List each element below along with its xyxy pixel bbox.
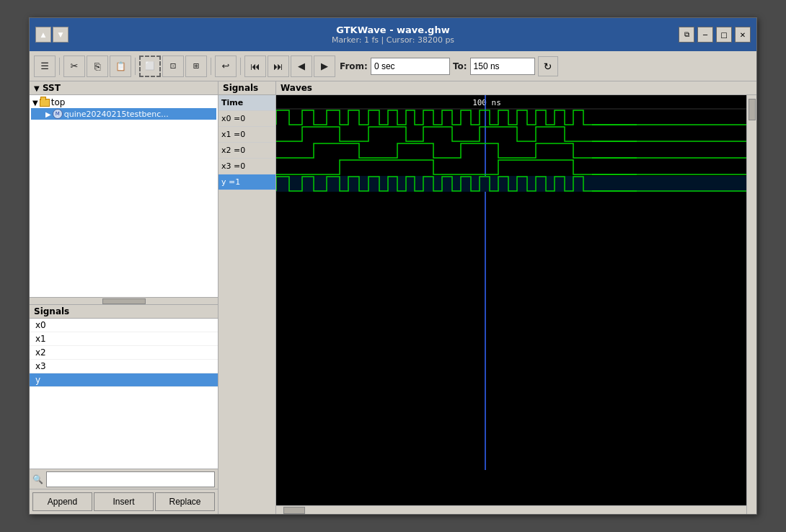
wave-row-x3: x3 =0: [218, 159, 275, 174]
restore-btn[interactable]: ⧉: [679, 27, 694, 43]
waveform-area[interactable]: 100 ns: [276, 95, 746, 505]
prev-btn[interactable]: ◀: [291, 56, 312, 77]
main-area: ▼ SST ▼ top ▶ M quine20240215testbenc...: [30, 81, 756, 514]
reload-btn[interactable]: ↻: [538, 56, 558, 76]
sst-scrollbar-thumb[interactable]: [102, 298, 146, 304]
zoom-box-btn[interactable]: ⊞: [185, 56, 207, 77]
wave-time-row: Time: [218, 95, 275, 111]
titlebar-arrows: ▲ ▼: [35, 27, 69, 43]
waveform-clean-svg: 100 ns: [276, 95, 746, 505]
bottom-buttons: Append Insert Replace: [30, 489, 218, 514]
sst-section: ▼ SST ▼ top ▶ M quine20240215testbenc...: [30, 81, 218, 305]
tree-label-module: quine20240215testbenc...: [64, 110, 169, 119]
waves-right: 100 ns: [276, 95, 746, 514]
sst-tree[interactable]: ▼ top ▶ M quine20240215testbenc...: [30, 95, 218, 297]
fast-fwd-btn[interactable]: ⏭: [268, 56, 289, 77]
signal-item-x1[interactable]: x1: [30, 332, 218, 346]
wave-row-y: y =1: [218, 174, 275, 190]
to-input[interactable]: [470, 58, 535, 75]
waves-scrollbar-h[interactable]: [276, 505, 746, 514]
close-btn[interactable]: ✕: [735, 27, 751, 43]
titlebar: ▲ ▼ GTKWave - wave.ghw Marker: 1 fs | Cu…: [30, 18, 756, 51]
copy-btn[interactable]: ⎘: [87, 56, 108, 77]
undo-btn[interactable]: ↩: [215, 56, 237, 77]
select-all-btn[interactable]: ⬜: [139, 56, 161, 77]
time-label-100ns: 100 ns: [472, 98, 501, 107]
separator-2: [135, 58, 136, 75]
cut-btn[interactable]: ✂: [63, 56, 85, 77]
replace-btn[interactable]: Replace: [155, 492, 215, 511]
waves-main: Time x0 =0 x1 =0 x2 =0 x3 =0 y =1 100 n: [218, 95, 756, 514]
waves-header: Signals Waves: [218, 81, 756, 95]
wave-row-x1: x1 =0: [218, 127, 275, 143]
folder-icon-top: [40, 99, 50, 107]
svg-rect-7: [276, 176, 746, 192]
next-btn[interactable]: ▶: [314, 56, 335, 77]
paste-btn[interactable]: 📋: [110, 56, 131, 77]
svg-rect-5: [276, 95, 746, 505]
to-label: To:: [453, 61, 467, 71]
signals-section: Signals x0 x1 x2 x3 y 🔍 Append Insert Re…: [30, 305, 218, 514]
tree-item-module[interactable]: ▶ M quine20240215testbenc...: [31, 108, 216, 120]
tree-expand-top[interactable]: ▼: [32, 99, 38, 107]
signals-header: Signals: [30, 305, 218, 319]
toolbar: ☰ ✂ ⎘ 📋 ⬜ ⊡ ⊞ ↩ ⏮ ⏭ ◀ ▶ From: To: ↻: [30, 51, 756, 81]
waves-scrollbar-thumb[interactable]: [283, 507, 305, 514]
signals-list[interactable]: x0 x1 x2 x3 y: [30, 319, 218, 469]
waves-scrollbar-v-thumb[interactable]: [749, 99, 756, 120]
waves-scrollbar-v[interactable]: [746, 95, 756, 514]
append-btn[interactable]: Append: [32, 492, 92, 511]
sst-header: ▼ SST: [30, 81, 218, 95]
minimize-btn[interactable]: ─: [697, 27, 713, 43]
sst-scrollbar[interactable]: [30, 297, 218, 304]
from-label: From:: [340, 61, 368, 71]
maximize-btn[interactable]: □: [716, 27, 732, 43]
left-panel: ▼ SST ▼ top ▶ M quine20240215testbenc...: [30, 81, 218, 514]
right-panel: Signals Waves Time x0 =0 x1 =0 x2 =0 x3 …: [218, 81, 756, 514]
scroll-down-btn[interactable]: ▼: [53, 27, 69, 43]
wave-row-x2: x2 =0: [218, 143, 275, 159]
search-icon: 🔍: [32, 474, 43, 484]
signal-item-x2[interactable]: x2: [30, 346, 218, 360]
separator-1: [59, 58, 60, 75]
insert-btn[interactable]: Insert: [94, 492, 154, 511]
waves-col-header: Waves: [276, 81, 756, 94]
tree-label-top: top: [51, 97, 66, 107]
window-controls: ⧉ ─ □ ✕: [679, 27, 751, 43]
main-window: ▲ ▼ GTKWave - wave.ghw Marker: 1 fs | Cu…: [29, 17, 757, 515]
module-icon: M: [53, 109, 63, 119]
menu-btn[interactable]: ☰: [34, 56, 56, 77]
signals-col-header: Signals: [218, 81, 276, 94]
from-input[interactable]: [371, 58, 450, 75]
search-input[interactable]: [46, 471, 215, 487]
window-subtitle: Marker: 1 fs | Cursor: 38200 ps: [332, 35, 454, 45]
search-bar: 🔍: [30, 469, 218, 489]
tree-expand-module[interactable]: ▶: [45, 110, 51, 118]
signal-item-x3[interactable]: x3: [30, 360, 218, 373]
window-title: GTKWave - wave.ghw: [336, 25, 449, 35]
zoom-fit-btn[interactable]: ⊡: [162, 56, 184, 77]
scroll-up-btn[interactable]: ▲: [35, 27, 51, 43]
signal-item-y[interactable]: y: [30, 373, 218, 387]
tree-item-top[interactable]: ▼ top: [31, 97, 216, 108]
separator-4: [240, 58, 241, 75]
wave-row-x0: x0 =0: [218, 111, 275, 127]
signal-item-x0[interactable]: x0: [30, 319, 218, 332]
time-range: From: To: ↻: [340, 56, 558, 76]
separator-3: [211, 58, 211, 75]
wave-signals-column: Time x0 =0 x1 =0 x2 =0 x3 =0 y =1: [218, 95, 276, 514]
first-btn[interactable]: ⏮: [244, 56, 266, 77]
